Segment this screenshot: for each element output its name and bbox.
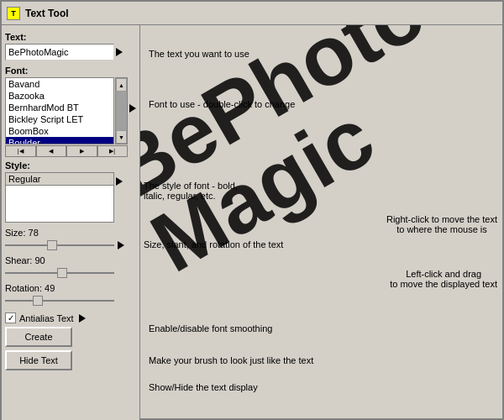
font-nav-last[interactable]: ▶| <box>97 145 129 157</box>
text-section-label: Text: <box>5 32 136 42</box>
text-hint: The text you want to use <box>149 49 249 59</box>
style-section-label: Style: <box>5 160 136 171</box>
style-value: Regular <box>8 174 41 184</box>
font-item-bazooka[interactable]: Bazooka <box>6 90 113 102</box>
shear-slider[interactable] <box>5 266 114 280</box>
style-box: Regular <box>5 172 114 223</box>
font-list[interactable]: Bavand Bazooka BernhardMod BT Bickley Sc… <box>5 77 114 144</box>
antialias-label: Antialias Text <box>19 313 74 323</box>
font-arrow-icon <box>128 104 136 113</box>
rotation-section: Rotation: 49 <box>5 283 136 307</box>
antialias-arrow-icon <box>79 314 86 323</box>
leftclick-hint: Left-click and dragto move the displayed… <box>390 269 497 289</box>
font-item-boombox[interactable]: BoomBox <box>6 125 113 137</box>
annotations-layer: The text you want to use Font to use - d… <box>140 25 502 420</box>
style-area: Regular <box>5 172 136 223</box>
right-panel: BePhotoMagic The text you want to use Fo… <box>140 25 502 420</box>
content-area: Text: BePhotoMagic Font: Bavand Bazooka … <box>2 25 502 420</box>
font-scrollbar[interactable]: ▲ ▼ <box>115 77 128 144</box>
font-nav-row: |◀ ◀ ▶ ▶| <box>5 145 128 157</box>
font-item-bickley[interactable]: Bickley Script LET <box>6 113 113 125</box>
watermark-text: BePhotoMagic <box>140 25 480 285</box>
scrollbar-up-btn[interactable]: ▲ <box>116 78 127 92</box>
scrollbar-down-btn[interactable]: ▼ <box>116 130 127 144</box>
window-title: Text Tool <box>25 8 69 19</box>
antialias-row: ✓ Antialias Text <box>5 312 136 323</box>
rightclick-hint: Right-click to move the textto where the… <box>386 214 497 234</box>
font-nav-first[interactable]: |◀ <box>5 145 36 157</box>
rotation-slider-thumb[interactable] <box>33 296 43 306</box>
shear-label: Shear: 90 <box>5 255 136 265</box>
style-arrow-icon <box>116 177 123 186</box>
text-input-box: BePhotoMagic <box>5 44 136 60</box>
font-nav-prev[interactable]: ◀ <box>36 145 67 157</box>
font-nav-next[interactable]: ▶ <box>66 145 97 157</box>
create-hint: Make your brush to look just like the te… <box>149 355 313 365</box>
font-item-bavand[interactable]: Bavand <box>6 78 113 90</box>
hide-button[interactable]: Hide Text <box>5 350 72 370</box>
text-input[interactable]: BePhotoMagic <box>5 44 114 60</box>
antialias-hint: Enable/disable font smoothing <box>149 323 272 333</box>
font-section-label: Font: <box>5 66 136 76</box>
font-item-bernhardmod[interactable]: BernhardMod BT <box>6 102 113 113</box>
font-hint: Font to use - double-click to change <box>149 99 295 109</box>
left-panel: Text: BePhotoMagic Font: Bavand Bazooka … <box>2 25 140 420</box>
size-arrow-icon <box>118 241 124 249</box>
shear-section: Shear: 90 <box>5 255 136 280</box>
arrow-right-icon <box>116 48 123 56</box>
main-window: T Text Tool Text: BePhotoMagic Font: Bav… <box>0 0 504 420</box>
size-section: Size: 78 <box>5 228 136 252</box>
scrollbar-track <box>116 92 127 130</box>
create-button[interactable]: Create <box>5 327 72 347</box>
rotation-label: Rotation: 49 <box>5 283 136 293</box>
size-label: Size: 78 <box>5 228 136 238</box>
size-hint: Size, slant, and rotation of the text <box>144 239 283 249</box>
title-bar: T Text Tool <box>2 2 502 25</box>
size-slider-thumb[interactable] <box>47 240 57 250</box>
font-area: Bavand Bazooka BernhardMod BT Bickley Sc… <box>5 77 128 144</box>
size-slider[interactable] <box>5 239 114 252</box>
style-hint: The style of font - bold,italic, regular… <box>144 181 238 201</box>
title-icon: T <box>7 7 20 20</box>
antialias-checkbox[interactable]: ✓ <box>5 312 16 323</box>
shear-slider-thumb[interactable] <box>57 268 67 278</box>
hide-hint: Show/Hide the text display <box>149 382 258 392</box>
font-item-boulder[interactable]: Boulder <box>6 137 113 144</box>
rotation-slider[interactable] <box>5 294 114 307</box>
style-top: Regular <box>6 173 113 186</box>
